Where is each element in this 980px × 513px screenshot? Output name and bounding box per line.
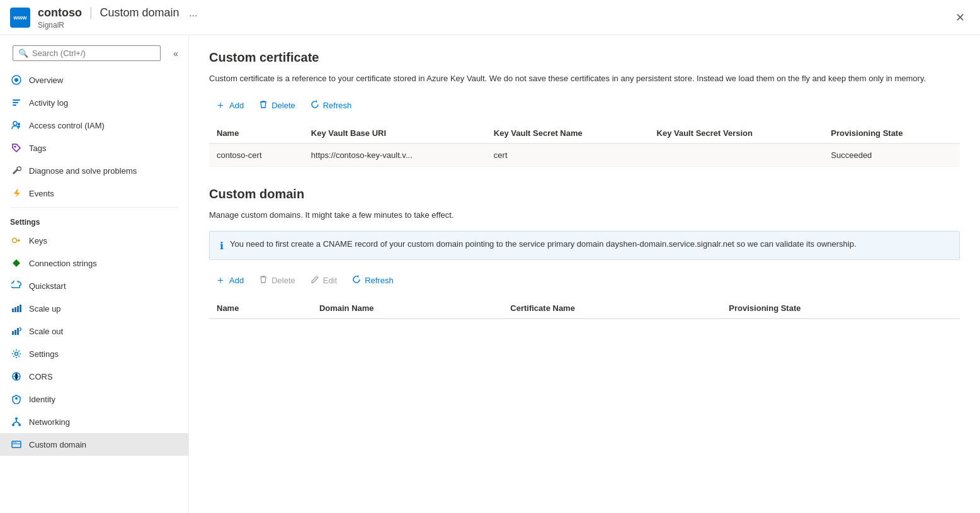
domain-edit-button[interactable]: Edit bbox=[304, 271, 343, 290]
svg-point-19 bbox=[15, 417, 18, 420]
nav-item-settings[interactable]: Settings bbox=[0, 342, 188, 365]
svg-rect-2 bbox=[13, 99, 20, 101]
nav-item-networking[interactable]: Networking bbox=[0, 410, 188, 433]
nav-item-keys[interactable]: Keys bbox=[0, 229, 188, 252]
nav-item-cors[interactable]: CORS bbox=[0, 365, 188, 388]
domain-col-state: Provisioning State bbox=[721, 298, 960, 319]
nav-item-activity-log[interactable]: Activity log bbox=[0, 91, 188, 114]
title-bar: www contoso | Custom domain ... SignalR … bbox=[0, 0, 980, 35]
activity-log-icon bbox=[10, 96, 23, 109]
title-bar-titles: contoso | Custom domain ... SignalR bbox=[38, 5, 950, 30]
resource-icon: www bbox=[10, 8, 30, 28]
cert-table-row[interactable]: contoso-cert https://contoso-key-vault.v… bbox=[209, 144, 960, 167]
svg-rect-14 bbox=[14, 330, 16, 335]
refresh-icon bbox=[311, 100, 319, 111]
nav-item-events[interactable]: Events bbox=[0, 182, 188, 205]
nav-item-identity[interactable]: Identity bbox=[0, 388, 188, 410]
svg-rect-10 bbox=[14, 307, 16, 312]
delete-icon-domain bbox=[259, 275, 268, 286]
page-title: Custom domain bbox=[100, 6, 179, 19]
svg-point-20 bbox=[12, 424, 14, 426]
cert-table: Name Key Vault Base URI Key Vault Secret… bbox=[209, 123, 960, 167]
nav-item-tags[interactable]: Tags bbox=[0, 137, 188, 159]
cert-row-state: Succeeded bbox=[823, 144, 960, 167]
domain-section-description: Manage custom domains. It might take a f… bbox=[209, 209, 960, 222]
identity-icon bbox=[10, 393, 23, 405]
domain-col-cert-name: Certificate Name bbox=[503, 298, 721, 319]
nav-item-custom-domain[interactable]: Custom domain bbox=[0, 433, 188, 456]
scale-out-icon bbox=[10, 325, 23, 337]
more-options[interactable]: ... bbox=[189, 8, 197, 18]
cert-section: Custom certificate Custom certificate is… bbox=[209, 50, 960, 167]
nav-item-connection-strings[interactable]: Connection strings bbox=[0, 252, 188, 274]
cert-refresh-button[interactable]: Refresh bbox=[304, 96, 358, 115]
domain-toolbar: ＋ Add Delete Edit bbox=[209, 270, 960, 291]
nav-item-overview[interactable]: Overview bbox=[0, 69, 188, 91]
cert-col-name: Name bbox=[209, 123, 304, 144]
svg-rect-15 bbox=[17, 328, 19, 335]
nav-item-diagnose[interactable]: Diagnose and solve problems bbox=[0, 159, 188, 182]
refresh-icon-domain bbox=[352, 275, 361, 286]
cloud-icon bbox=[10, 279, 23, 292]
cert-row-name: contoso-cert bbox=[209, 144, 304, 167]
svg-point-18 bbox=[15, 397, 18, 400]
networking-icon bbox=[10, 415, 23, 428]
tags-icon bbox=[10, 142, 23, 154]
nav-item-quickstart[interactable]: Quickstart bbox=[0, 274, 188, 297]
edit-icon bbox=[311, 275, 319, 286]
cert-col-uri: Key Vault Base URI bbox=[304, 123, 486, 144]
cert-col-state: Provisioning State bbox=[823, 123, 960, 144]
settings-section-label: Settings bbox=[0, 210, 188, 229]
cert-add-button[interactable]: ＋ Add bbox=[209, 95, 250, 116]
domain-refresh-button[interactable]: Refresh bbox=[346, 271, 400, 290]
svg-point-21 bbox=[18, 424, 21, 426]
bolt-icon bbox=[10, 187, 23, 200]
svg-rect-11 bbox=[17, 306, 19, 312]
domain-delete-button[interactable]: Delete bbox=[253, 271, 302, 290]
domain-icon bbox=[10, 438, 23, 451]
svg-rect-3 bbox=[13, 102, 18, 103]
cog-icon bbox=[10, 347, 23, 360]
svg-point-1 bbox=[14, 78, 18, 82]
add-icon: ＋ bbox=[215, 99, 225, 112]
wrench-icon bbox=[10, 164, 23, 177]
svg-point-8 bbox=[13, 239, 17, 243]
svg-point-16 bbox=[15, 352, 18, 356]
domain-col-name: Name bbox=[209, 298, 312, 319]
cert-delete-button[interactable]: Delete bbox=[253, 96, 302, 115]
svg-rect-4 bbox=[13, 104, 16, 106]
svg-rect-12 bbox=[20, 305, 21, 312]
nav-item-access-control[interactable]: Access control (IAM) bbox=[0, 114, 188, 137]
svg-rect-13 bbox=[12, 331, 14, 335]
domain-col-domain-name: Domain Name bbox=[312, 298, 503, 319]
app-body: 🔍 « Overview Activity log Access control… bbox=[0, 35, 980, 513]
nav-item-scale-up[interactable]: Scale up bbox=[0, 297, 188, 320]
delete-icon bbox=[259, 100, 268, 111]
settings-divider bbox=[10, 207, 178, 208]
domain-add-button[interactable]: ＋ Add bbox=[209, 270, 250, 291]
cert-row-secret-version bbox=[649, 144, 824, 167]
info-icon: ℹ bbox=[220, 240, 224, 252]
cert-toolbar: ＋ Add Delete Refresh bbox=[209, 95, 960, 116]
svg-point-23 bbox=[13, 442, 14, 443]
domain-section-title: Custom domain bbox=[209, 187, 960, 201]
svg-point-24 bbox=[15, 442, 16, 443]
nav-item-scale-out[interactable]: Scale out bbox=[0, 320, 188, 342]
cert-col-secret-version: Key Vault Secret Version bbox=[649, 123, 824, 144]
resource-name: contoso bbox=[38, 6, 82, 19]
info-message: You need to first create a CNAME record … bbox=[230, 239, 857, 249]
svg-point-6 bbox=[18, 123, 20, 125]
svg-rect-9 bbox=[12, 308, 14, 312]
close-button[interactable]: ✕ bbox=[950, 8, 970, 27]
collapse-sidebar-button[interactable]: « bbox=[168, 46, 183, 61]
sidebar: 🔍 « Overview Activity log Access control… bbox=[0, 35, 189, 513]
domain-table: Name Domain Name Certificate Name Provis… bbox=[209, 298, 960, 319]
search-box[interactable]: 🔍 bbox=[13, 45, 161, 61]
add-icon-domain: ＋ bbox=[215, 274, 225, 287]
search-input[interactable] bbox=[32, 48, 155, 58]
domain-section: Custom domain Manage custom domains. It … bbox=[209, 187, 960, 320]
main-content: Custom certificate Custom certificate is… bbox=[189, 35, 980, 513]
cors-icon bbox=[10, 370, 23, 383]
diamond-icon bbox=[10, 257, 23, 269]
info-box: ℹ You need to first create a CNAME recor… bbox=[209, 231, 960, 260]
